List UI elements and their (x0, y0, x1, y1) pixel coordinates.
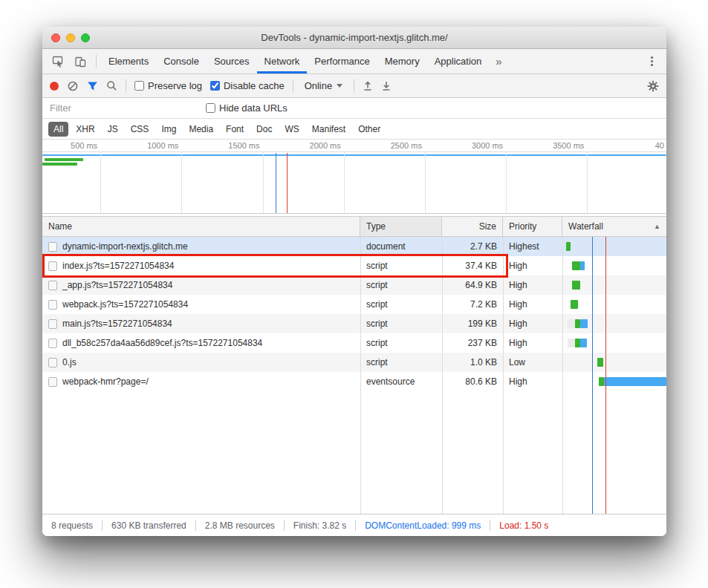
waterfall-bar (597, 358, 603, 367)
filter-input[interactable] (50, 102, 198, 114)
status-separator (102, 520, 103, 531)
export-har-button[interactable] (381, 80, 392, 91)
overview-chart (42, 153, 666, 213)
webpack.js?ts=1572271054834[interactable]: webpack.js?ts=1572271054834 script 7.2 K… (42, 295, 666, 314)
_app.js?ts=1572271054834[interactable]: _app.js?ts=1572271054834 script 64.9 KB … (42, 275, 666, 295)
filter-media[interactable]: Media (184, 122, 218, 137)
waterfall-bar (568, 319, 575, 328)
resource-type-filters: All XHR JS CSS Img Media Font Doc WS Man… (42, 119, 666, 140)
column-header-type[interactable]: Type (360, 217, 442, 236)
request-name: 0.js (62, 357, 77, 368)
dynamic-import-nextjs.glitch.me[interactable]: dynamic-import-nextjs.glitch.me document… (42, 237, 666, 256)
tab-network[interactable]: Network (257, 49, 308, 74)
waterfall-bar (580, 261, 585, 270)
request-type: script (360, 314, 442, 333)
disable-cache-checkbox[interactable]: Disable cache (210, 80, 285, 91)
inspect-cursor-icon (52, 56, 64, 68)
disable-cache-input[interactable] (210, 81, 220, 91)
close-window-button[interactable] (51, 33, 60, 42)
import-har-button[interactable] (363, 80, 373, 91)
device-toolbar-icon (74, 56, 86, 68)
column-header-name[interactable]: Name (42, 217, 360, 236)
timeline-overview[interactable]: 500 ms1000 ms1500 ms2000 ms2500 ms3000 m… (42, 140, 666, 214)
tab-application[interactable]: Application (427, 49, 490, 74)
window-title: DevTools - dynamic-import-nextjs.glitch.… (42, 32, 666, 43)
filter-all[interactable]: All (48, 122, 68, 137)
tab-sources[interactable]: Sources (207, 49, 257, 74)
minimize-window-button[interactable] (66, 33, 75, 42)
0.js[interactable]: 0.js script 1.0 KB Low (42, 353, 666, 372)
index.js?ts=1572271054834[interactable]: index.js?ts=1572271054834 script 37.4 KB… (42, 256, 666, 275)
hide-data-urls-checkbox[interactable]: Hide data URLs (206, 102, 288, 114)
tab-console[interactable]: Console (156, 49, 207, 74)
gear-icon (647, 80, 659, 92)
file-icon (48, 281, 57, 290)
waterfall-bar (580, 339, 587, 347)
toolbar-separator (354, 79, 354, 93)
load-marker-line (287, 153, 288, 213)
tabbar-spacer (509, 49, 642, 74)
filter-css[interactable]: CSS (126, 122, 155, 137)
download-icon (381, 80, 392, 91)
filter-doc[interactable]: Doc (251, 122, 277, 137)
tab-performance[interactable]: Performance (307, 49, 377, 74)
request-waterfall (562, 333, 666, 353)
dll_b58c257da4aa56d89cef.js?ts=1572271054834[interactable]: dll_b58c257da4aa56d89cef.js?ts=157227105… (42, 333, 666, 353)
request-priority: Low (503, 353, 562, 372)
zoom-window-button[interactable] (81, 33, 90, 42)
settings-button[interactable] (647, 80, 659, 92)
request-waterfall (562, 275, 666, 295)
filter-manifest[interactable]: Manifest (307, 122, 351, 137)
type-filter-label: Font (226, 124, 244, 134)
filter-font[interactable]: Font (221, 122, 249, 137)
preserve-log-checkbox[interactable]: Preserve log (134, 80, 202, 91)
request-type: script (360, 256, 442, 275)
request-name: webpack-hmr?page=/ (62, 376, 149, 387)
request-type: document (360, 237, 442, 256)
clear-button[interactable] (67, 80, 79, 92)
kebab-menu-icon[interactable] (642, 49, 662, 74)
status-separator (195, 520, 196, 531)
request-name: dynamic-import-nextjs.glitch.me (62, 241, 188, 252)
record-button[interactable] (50, 82, 59, 91)
main.js?ts=1572271054834[interactable]: main.js?ts=1572271054834 script 199 KB H… (42, 314, 666, 333)
toggle-device-toolbar-button[interactable] (69, 49, 91, 74)
filter-js[interactable]: JS (103, 122, 123, 137)
throttling-dropdown[interactable]: Online (302, 79, 346, 93)
webpack-hmr?page=/[interactable]: webpack-hmr?page=/ eventsource 80.6 KB H… (42, 372, 666, 391)
type-filter-label: XHR (76, 124, 94, 134)
request-name-cell: main.js?ts=1572271054834 (42, 314, 360, 333)
request-type: script (360, 333, 442, 353)
filter-toggle-button[interactable] (87, 81, 98, 91)
tab-elements[interactable]: Elements (101, 49, 156, 74)
filter-xhr[interactable]: XHR (71, 122, 100, 137)
filter-ws[interactable]: WS (279, 122, 304, 137)
more-tabs-button[interactable]: » (489, 49, 508, 74)
filter-other[interactable]: Other (353, 122, 386, 137)
column-header-size[interactable]: Size (442, 217, 503, 236)
timeline-ruler: 500 ms1000 ms1500 ms2000 ms2500 ms3000 m… (42, 140, 666, 152)
overview-request-bar (45, 158, 83, 161)
preserve-log-input[interactable] (134, 81, 144, 91)
waterfall-bar (566, 242, 571, 251)
hide-data-urls-input[interactable] (206, 103, 215, 113)
request-waterfall (562, 314, 666, 333)
inspect-element-button[interactable] (47, 49, 69, 74)
request-size: 80.6 KB (442, 372, 503, 391)
waterfall-bar (571, 300, 578, 309)
tab-memory[interactable]: Memory (377, 49, 427, 74)
request-name-cell: webpack.js?ts=1572271054834 (42, 295, 360, 314)
filter-img[interactable]: Img (156, 122, 181, 137)
throttling-value: Online (305, 80, 333, 91)
desktop: { "window": { "title": "DevTools - dynam… (0, 0, 708, 588)
timeline-tick-label: 2000 ms (310, 141, 341, 150)
column-header-waterfall[interactable]: Waterfall ▲ (562, 217, 666, 236)
hide-data-urls-label: Hide data URLs (219, 102, 288, 114)
column-header-priority[interactable]: Priority (503, 217, 562, 236)
timeline-gridline (181, 152, 182, 213)
request-type: eventsource (360, 372, 442, 391)
search-button[interactable] (106, 80, 117, 91)
request-name: main.js?ts=1572271054834 (62, 318, 172, 329)
file-icon (48, 261, 57, 271)
timeline-tick-label: 1500 ms (228, 141, 259, 150)
